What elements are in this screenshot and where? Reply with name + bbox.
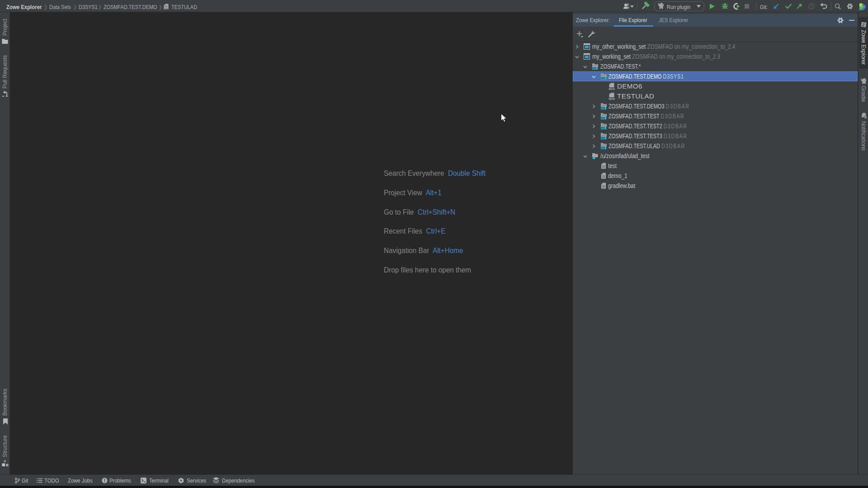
svg-text:MEM: MEM [609,88,615,90]
svg-text:MEM: MEM [164,8,169,9]
svg-text:DS: DS [593,66,597,70]
svg-text:MEM: MEM [609,98,615,100]
svg-text:DS: DS [601,146,605,149]
svg-text:DS: DS [601,126,605,129]
svg-text:DS: DS [601,76,605,80]
svg-text:DS: DS [601,136,605,139]
svg-text:DS: DS [601,106,605,109]
svg-text:DS: DS [601,116,605,119]
